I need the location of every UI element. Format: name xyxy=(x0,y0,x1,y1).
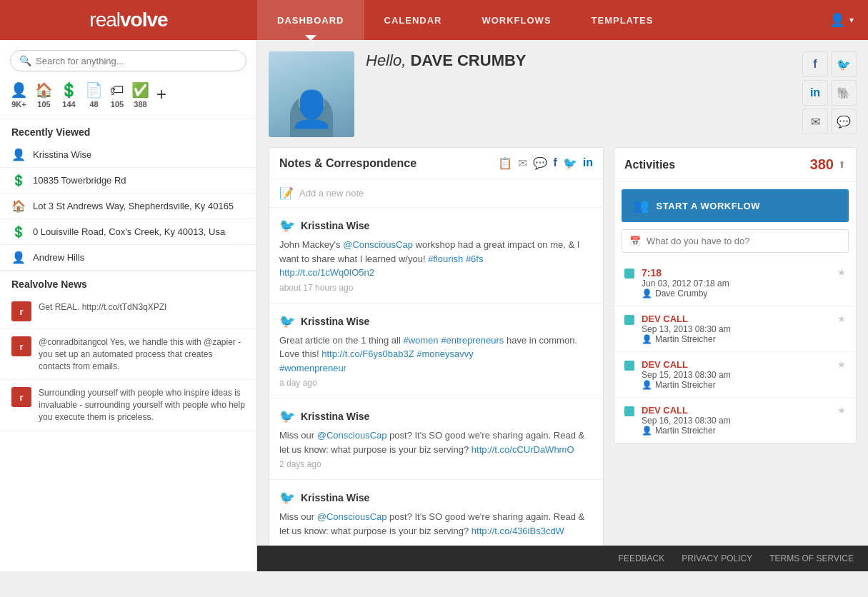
stat-deals[interactable]: 💲 144 xyxy=(60,81,78,109)
activity-2-star[interactable]: ★ xyxy=(837,359,846,370)
stat-documents[interactable]: 📄 48 xyxy=(85,81,103,109)
add-note-area[interactable]: 📝 Add a new note xyxy=(269,179,603,208)
activity-2: DEV CALL Sep 15, 2013 08:30 am 👤 Martin … xyxy=(614,352,856,398)
activity-0-star[interactable]: ★ xyxy=(837,267,846,278)
recent-item-label-1: 10835 Towerbridge Rd xyxy=(33,175,126,186)
properties-icon: 🏠 xyxy=(35,81,53,99)
note-0-link-1[interactable]: @ConsciousCap xyxy=(343,239,413,250)
nav-calendar[interactable]: CALENDAR xyxy=(364,0,462,40)
activity-0-time: 7:18 xyxy=(642,267,830,279)
activity-1-person-icon: 👤 xyxy=(642,334,652,344)
note-1-hashtag-3[interactable]: #moneysavvy xyxy=(416,348,473,359)
note-email-icon[interactable]: ✉ xyxy=(518,156,527,170)
stat-properties[interactable]: 🏠 105 xyxy=(35,81,53,109)
note-3-header: 🐦 Krisstina Wise xyxy=(279,490,593,506)
sidebar: 🔍 👤 9K+ 🏠 105 💲 144 📄 48 🏷 1 xyxy=(0,40,257,571)
content-row: Notes & Correspondence 📋 ✉ 💬 f 🐦 in xyxy=(269,147,857,546)
nav-workflows[interactable]: WORKFLOWS xyxy=(462,0,571,40)
search-icon: 🔍 xyxy=(19,55,31,66)
note-linkedin-icon[interactable]: in xyxy=(583,156,593,170)
activity-0-person-icon: 👤 xyxy=(642,289,652,298)
social-twitter[interactable]: 🐦 xyxy=(831,51,857,77)
social-chat[interactable]: 💬 xyxy=(831,109,857,134)
deals-count: 144 xyxy=(62,100,75,109)
recent-item-3[interactable]: 💲 0 Louisville Road, Cox's Creek, Ky 400… xyxy=(0,219,256,245)
stat-tasks[interactable]: ✅ 388 xyxy=(131,81,149,109)
note-2-url[interactable]: http://t.co/cCUrDaWhmO xyxy=(472,444,574,455)
search-input[interactable] xyxy=(36,56,237,66)
recent-item-4[interactable]: 👤 Andrew Hills xyxy=(0,245,256,271)
recent-item-2[interactable]: 🏠 Lot 3 St Andrews Way, Shepherdsville, … xyxy=(0,194,256,219)
activity-2-name: DEV CALL xyxy=(642,359,830,370)
recently-viewed-title: Recently Viewed xyxy=(0,119,256,142)
profile-avatar xyxy=(269,51,354,137)
note-3: 🐦 Krisstina Wise Miss our @ConsciousCap … xyxy=(269,480,603,546)
stat-add[interactable]: + xyxy=(156,84,166,106)
note-0-author: Krisstina Wise xyxy=(301,220,369,231)
footer-feedback[interactable]: FEEDBACK xyxy=(619,553,665,563)
footer-privacy[interactable]: PRIVACY POLICY xyxy=(682,553,752,563)
search-box[interactable]: 🔍 xyxy=(10,50,246,71)
news-item-2: r Surrounding yourself with people who i… xyxy=(0,380,256,431)
footer-terms[interactable]: TERMS OF SERVICE xyxy=(769,553,854,563)
activity-3-star[interactable]: ★ xyxy=(837,405,846,416)
activity-1-star[interactable]: ★ xyxy=(837,313,846,324)
note-1-hashtag-1[interactable]: #women xyxy=(403,335,438,346)
news-item-1: r @conradbitangcol Yes, we handle this w… xyxy=(0,329,256,380)
note-2-link-1[interactable]: @ConsciousCap xyxy=(317,430,387,441)
recent-item-0[interactable]: 👤 Krisstina Wise xyxy=(0,142,256,168)
note-3-twitter: 🐦 xyxy=(279,490,295,506)
note-0-hashtag-2[interactable]: #6fs xyxy=(466,254,484,264)
stat-tags[interactable]: 🏷 105 xyxy=(110,82,124,109)
activity-0-info: 7:18 Jun 03, 2012 07:18 am 👤 Dave Crumby xyxy=(642,267,830,298)
note-2-body: Miss our @ConsciousCap post? It's SO goo… xyxy=(279,428,593,456)
recent-item-label-3: 0 Louisville Road, Cox's Creek, Ky 40013… xyxy=(33,226,225,237)
activity-1-person: 👤 Martin Streicher xyxy=(642,334,830,344)
note-0-header: 🐦 Krisstina Wise xyxy=(279,218,593,234)
todo-input[interactable] xyxy=(647,236,841,246)
note-1-hashtag-2[interactable]: #entrepreneurs xyxy=(441,335,504,346)
news-title: Realvolve News xyxy=(0,271,256,294)
nav-dashboard[interactable]: DASHBOARD xyxy=(257,0,364,40)
tasks-icon: ✅ xyxy=(131,81,149,99)
social-email[interactable]: ✉ xyxy=(802,109,828,134)
activity-3-color xyxy=(624,406,634,416)
note-facebook-icon[interactable]: f xyxy=(553,156,557,170)
recent-item-1[interactable]: 💲 10835 Towerbridge Rd xyxy=(0,168,256,194)
user-menu[interactable]: 👤 ▾ xyxy=(829,12,868,28)
documents-icon: 📄 xyxy=(85,81,103,99)
quick-stats: 👤 9K+ 🏠 105 💲 144 📄 48 🏷 105 ✅ 388 xyxy=(0,81,256,119)
note-chat-icon[interactable]: 💬 xyxy=(533,156,547,170)
recent-item-label-4: Andrew Hills xyxy=(33,252,84,263)
logo-bold: volve xyxy=(120,9,168,31)
social-facebook[interactable]: f xyxy=(802,51,828,77)
note-0-url[interactable]: http://t.co/1cWq0IO5n2 xyxy=(279,267,374,278)
profile-greeting: Hello, DAVE CRUMBY xyxy=(366,51,791,70)
activity-3-info: DEV CALL Sep 16, 2013 08:30 am 👤 Martin … xyxy=(642,405,830,436)
note-1-author: Krisstina Wise xyxy=(301,316,369,327)
note-0-hashtag-1[interactable]: #flourish xyxy=(428,254,463,264)
note-3-link-1[interactable]: @ConsciousCap xyxy=(317,511,387,522)
note-0-twitter: 🐦 xyxy=(279,218,295,234)
activity-3: DEV CALL Sep 16, 2013 08:30 am 👤 Martin … xyxy=(614,398,856,443)
note-3-url[interactable]: http://t.co/436iBs3cdW xyxy=(472,526,564,536)
note-1-url[interactable]: http://t.co/F6ys0bab3Z xyxy=(321,348,414,359)
todo-input-area[interactable]: 📅 xyxy=(622,229,849,253)
social-linkedin[interactable]: in xyxy=(802,80,828,106)
note-doc-icon[interactable]: 📋 xyxy=(498,156,512,170)
logo[interactable]: realvolve xyxy=(89,9,167,31)
activities-sort-icon[interactable]: ⬆ xyxy=(838,159,846,170)
activity-0-person: 👤 Dave Crumby xyxy=(642,289,830,298)
nav-templates[interactable]: TEMPLATES xyxy=(572,0,674,40)
activity-1-info: DEV CALL Sep 13, 2013 08:30 am 👤 Martin … xyxy=(642,313,830,344)
start-workflow-button[interactable]: 👥 START A WORKFLOW xyxy=(622,189,849,222)
social-evernote[interactable]: 🐘 xyxy=(831,80,857,106)
property2-icon: 💲 xyxy=(11,225,26,239)
note-3-body: Miss our @ConsciousCap post? It's SO goo… xyxy=(279,510,593,538)
tasks-count: 388 xyxy=(134,100,146,109)
stat-contacts[interactable]: 👤 9K+ xyxy=(10,81,28,109)
recent-item-label-0: Krisstina Wise xyxy=(33,149,91,160)
note-2-twitter: 🐦 xyxy=(279,408,295,424)
note-1-hashtag-4[interactable]: #womenpreneur xyxy=(279,363,346,373)
note-twitter-icon[interactable]: 🐦 xyxy=(563,156,577,170)
